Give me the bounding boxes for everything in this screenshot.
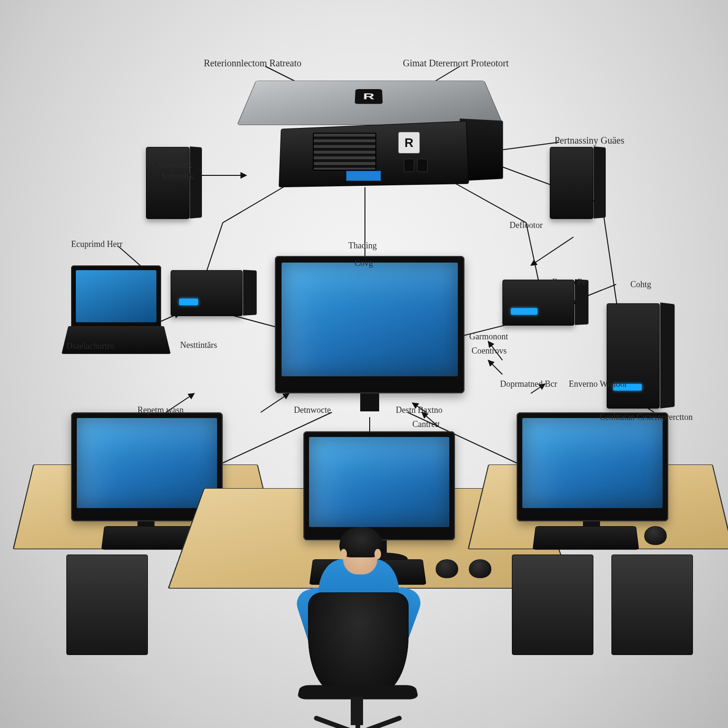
label-top-right: Gimat Dterernort Proteotort bbox=[403, 58, 509, 69]
label-coentrovs: Coentrovs bbox=[472, 346, 507, 356]
mouse-center-1 bbox=[436, 559, 458, 578]
label-garmonont: Garmonont bbox=[469, 332, 508, 342]
label-cohtg: Cohtg bbox=[630, 280, 651, 290]
label-destnbaxtno: Destn Baxtno bbox=[396, 405, 443, 415]
central-monitor bbox=[275, 256, 464, 393]
label-catesponok-sub: Somnenk bbox=[161, 172, 193, 182]
mouse-right bbox=[644, 526, 667, 545]
label-ecuprimd: Ecuprimd Herr bbox=[71, 239, 122, 249]
label-ccoltatan: Ccolttatan Crsternprerctton bbox=[600, 412, 692, 422]
label-deflootor: Deflootor bbox=[510, 220, 543, 230]
label-thading: Thading bbox=[348, 241, 377, 251]
label-nesttintars: Nesttintărs bbox=[180, 340, 217, 350]
monitor-center bbox=[303, 431, 455, 540]
label-catesponok: Catesponok bbox=[152, 160, 192, 170]
label-cantrett: Cantrett bbox=[412, 419, 440, 429]
label-right-guides: Pertnassiny Guäes bbox=[555, 135, 624, 146]
label-bectso: Bectso Pe bbox=[552, 277, 586, 287]
server-top-logo: R bbox=[355, 89, 382, 104]
server-badge: R bbox=[398, 132, 420, 154]
keyboard-right bbox=[533, 526, 639, 550]
label-top-left: Reterionnlectom Ratreato bbox=[204, 58, 301, 69]
central-server: R R bbox=[256, 81, 483, 185]
monitor-right bbox=[517, 412, 668, 521]
network-diagram: { "server": { "badge": "R", "logo": "R" … bbox=[0, 0, 728, 728]
mouse-center-2 bbox=[469, 559, 491, 578]
label-enverno: Enverno Wieloor bbox=[569, 379, 627, 389]
label-dsaelachurtro: Dsaelachurtro bbox=[66, 341, 114, 351]
label-repetmwasn: Repetm wasn bbox=[137, 405, 183, 415]
seated-user bbox=[294, 536, 417, 678]
label-covg: Covg bbox=[355, 258, 373, 268]
label-detnwocte: Detnwocte bbox=[294, 405, 331, 415]
label-dopmatned: Doprmatned Bcr bbox=[500, 379, 557, 389]
